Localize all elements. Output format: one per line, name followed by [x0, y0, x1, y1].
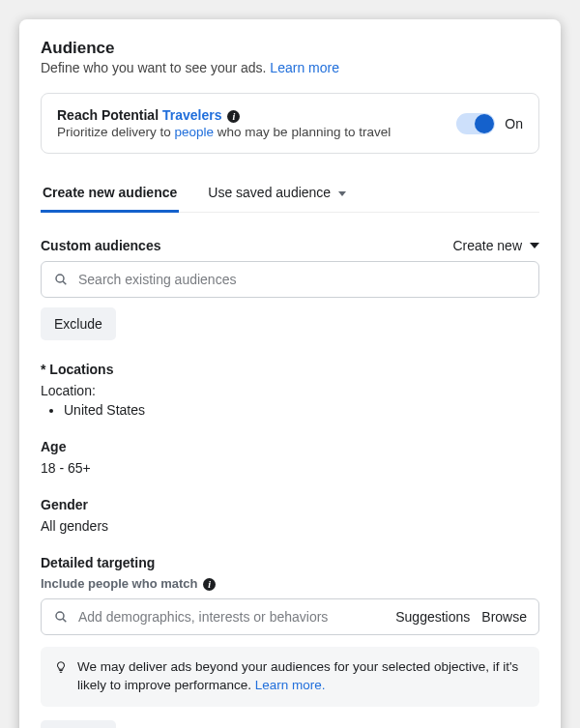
svg-line-1 — [63, 281, 66, 284]
search-icon — [53, 609, 69, 625]
learn-more-link[interactable]: Learn more — [270, 60, 339, 75]
reach-potential-panel: Reach Potential Travelers i Prioritize d… — [41, 93, 539, 154]
subtitle-text: Define who you want to see your ads. — [41, 60, 270, 75]
create-new-dropdown[interactable]: Create new — [452, 238, 539, 253]
targeting-hint-text: Include people who match — [41, 576, 198, 591]
svg-point-2 — [56, 612, 64, 620]
tab-create-new[interactable]: Create new audience — [41, 175, 179, 213]
reach-text: Reach Potential Travelers i Prioritize d… — [57, 107, 456, 139]
create-new-label: Create new — [452, 238, 522, 253]
exclude-targeting-button[interactable]: Exclude — [41, 720, 116, 728]
search-icon — [53, 272, 69, 287]
location-item: United States — [64, 402, 539, 418]
targeting-actions: Suggestions Browse — [395, 609, 527, 625]
browse-link[interactable]: Browse — [481, 609, 527, 625]
reach-toggle[interactable] — [456, 113, 495, 134]
reach-desc-suffix: who may be planning to travel — [214, 125, 391, 139]
travelers-link[interactable]: Travelers — [162, 107, 222, 123]
age-label: Age — [41, 439, 539, 454]
info-icon[interactable]: i — [227, 110, 240, 123]
custom-audience-search[interactable] — [41, 261, 539, 298]
tab-use-saved[interactable]: Use saved audience — [206, 175, 348, 212]
locations-label: * Locations — [41, 362, 539, 377]
people-link[interactable]: people — [175, 125, 215, 139]
age-value: 18 - 65+ — [41, 460, 539, 476]
page-title: Audience — [41, 39, 539, 58]
gender-label: Gender — [41, 497, 539, 512]
audience-card: Audience Define who you want to see your… — [19, 19, 561, 728]
locations-sublabel: Location: — [41, 383, 539, 398]
svg-point-0 — [56, 275, 64, 282]
page-subtitle: Define who you want to see your ads. Lea… — [41, 60, 539, 75]
suggestions-link[interactable]: Suggestions — [395, 609, 470, 625]
targeting-hint: Include people who match i — [41, 576, 539, 591]
locations-block: * Locations Location: United States — [41, 362, 539, 418]
gender-value: All genders — [41, 518, 539, 534]
toggle-label: On — [505, 116, 523, 131]
reach-desc-prefix: Prioritize delivery to — [57, 125, 175, 139]
info-icon[interactable]: i — [203, 578, 216, 591]
targeting-search[interactable]: Suggestions Browse — [41, 598, 539, 635]
chevron-down-icon — [338, 191, 346, 196]
tab-use-saved-label: Use saved audience — [208, 185, 331, 200]
notice-text-wrap: We may deliver ads beyond your audiences… — [77, 658, 526, 695]
reach-description: Prioritize delivery to people who may be… — [57, 125, 456, 139]
custom-audience-search-input[interactable] — [78, 272, 527, 287]
age-block: Age 18 - 65+ — [41, 439, 539, 476]
reach-toggle-wrap: On — [456, 113, 523, 134]
audience-tabs: Create new audience Use saved audience — [41, 175, 539, 213]
lightbulb-icon — [54, 660, 68, 674]
custom-audiences-header: Custom audiences Create new — [41, 238, 539, 253]
detailed-targeting-block: Detailed targeting Include people who ma… — [41, 555, 539, 728]
svg-line-3 — [63, 619, 66, 622]
detailed-targeting-label: Detailed targeting — [41, 555, 539, 570]
toggle-knob — [475, 114, 494, 133]
chevron-down-icon — [530, 243, 539, 248]
locations-list: United States — [41, 402, 539, 418]
gender-block: Gender All genders — [41, 497, 539, 534]
targeting-notice: We may deliver ads beyond your audiences… — [41, 647, 539, 707]
reach-title-prefix: Reach Potential — [57, 107, 162, 123]
exclude-audiences-button[interactable]: Exclude — [41, 307, 116, 340]
custom-audiences-label: Custom audiences — [41, 238, 160, 253]
targeting-search-input[interactable] — [78, 609, 386, 625]
reach-title: Reach Potential Travelers i — [57, 107, 456, 123]
notice-learn-more-link[interactable]: Learn more. — [255, 678, 326, 692]
